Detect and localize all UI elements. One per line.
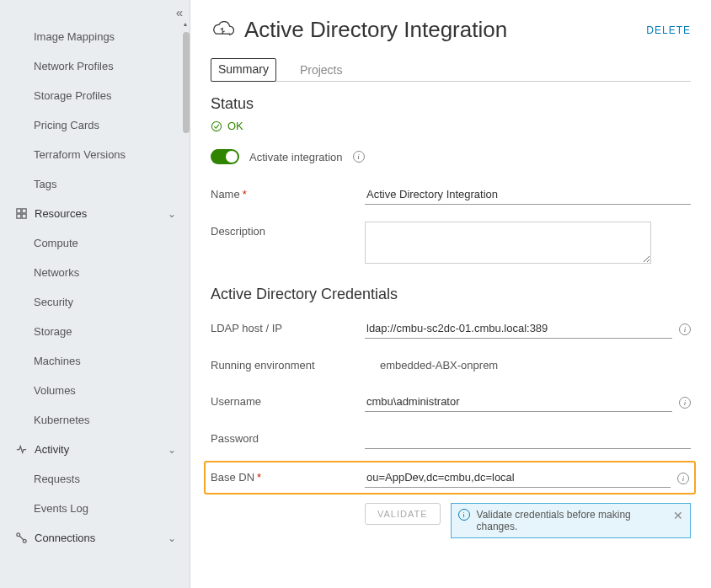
scroll-up-icon[interactable]: ▴ — [184, 20, 187, 28]
ldap-input[interactable] — [365, 318, 672, 339]
runenv-label: Running environment — [211, 355, 358, 372]
validate-notice-text: Validate credentials before making chang… — [477, 509, 666, 532]
sidebar-item-volumes[interactable]: Volumes — [0, 376, 186, 405]
runenv-value: embedded-ABX-onprem — [365, 355, 691, 375]
sidebar-item-storage[interactable]: Storage — [0, 317, 186, 346]
description-textarea[interactable] — [365, 222, 651, 264]
svg-rect-0 — [17, 209, 21, 213]
basedn-label: Base DN* — [211, 468, 358, 484]
sidebar-item-events-log[interactable]: Events Log — [0, 494, 186, 523]
sidebar-group-resources[interactable]: Resources ⌄ — [0, 199, 186, 228]
info-icon[interactable]: i — [679, 397, 691, 409]
svg-rect-3 — [22, 214, 26, 218]
sidebar-item-machines[interactable]: Machines — [0, 346, 186, 376]
sidebar-collapse-icon[interactable]: « — [176, 5, 183, 19]
sidebar: « ▴ Image Mappings Network Profiles Stor… — [0, 0, 190, 588]
chevron-down-icon: ⌄ — [168, 208, 176, 220]
info-icon[interactable]: i — [679, 323, 691, 335]
activate-toggle[interactable] — [211, 149, 239, 164]
cloud-integration-icon — [211, 18, 236, 43]
sidebar-item-image-mappings[interactable]: Image Mappings — [0, 22, 186, 51]
sidebar-item-tags[interactable]: Tags — [0, 169, 186, 199]
info-icon[interactable]: i — [353, 151, 365, 163]
sidebar-item-requests[interactable]: Requests — [0, 464, 186, 494]
ldap-label: LDAP host / IP — [211, 318, 358, 334]
tab-projects[interactable]: Projects — [298, 58, 345, 82]
validate-button[interactable]: VALIDATE — [365, 503, 441, 525]
tab-bar: Summary Projects — [211, 58, 691, 82]
sidebar-item-networks[interactable]: Networks — [0, 258, 186, 287]
close-icon[interactable]: ✕ — [673, 509, 683, 522]
connections-icon — [15, 532, 28, 544]
sidebar-group-connections[interactable]: Connections ⌄ — [0, 523, 186, 553]
scrollbar-thumb[interactable] — [183, 32, 190, 133]
sidebar-item-network-profiles[interactable]: Network Profiles — [0, 51, 186, 81]
status-indicator: OK — [211, 120, 691, 132]
sidebar-item-terraform-versions[interactable]: Terraform Versions — [0, 140, 186, 169]
sidebar-item-security[interactable]: Security — [0, 287, 186, 317]
info-icon: i — [458, 509, 470, 521]
password-label: Password — [211, 429, 358, 445]
username-label: Username — [211, 392, 358, 408]
activate-toggle-label: Activate integration — [249, 151, 343, 163]
validate-notice: i Validate credentials before making cha… — [451, 503, 691, 538]
check-circle-icon — [211, 120, 222, 132]
basedn-highlight: Base DN* i — [204, 461, 696, 494]
sidebar-group-activity[interactable]: Activity ⌄ — [0, 435, 186, 464]
username-input[interactable] — [365, 392, 672, 412]
sidebar-item-kubernetes[interactable]: Kubernetes — [0, 405, 186, 435]
main-content: Active Directory Integration DELETE Summ… — [190, 0, 711, 588]
password-input[interactable] — [365, 429, 691, 449]
tab-summary[interactable]: Summary — [211, 58, 276, 82]
resources-icon — [15, 207, 28, 220]
basedn-input[interactable] — [365, 468, 671, 488]
name-input[interactable] — [365, 184, 691, 205]
sidebar-item-storage-profiles[interactable]: Storage Profiles — [0, 81, 186, 110]
name-label: Name* — [211, 184, 358, 200]
page-title: Active Directory Integration — [244, 17, 638, 43]
chevron-down-icon: ⌄ — [168, 532, 176, 544]
sidebar-item-compute[interactable]: Compute — [0, 228, 186, 258]
status-heading: Status — [211, 95, 691, 113]
description-label: Description — [211, 222, 358, 238]
activity-icon — [15, 443, 28, 456]
sidebar-group-label: Connections — [35, 532, 95, 544]
sidebar-group-label: Activity — [35, 443, 69, 456]
delete-button[interactable]: DELETE — [646, 24, 691, 36]
svg-rect-1 — [22, 209, 26, 213]
chevron-down-icon: ⌄ — [168, 444, 176, 456]
credentials-heading: Active Directory Credentials — [211, 286, 691, 303]
status-text: OK — [227, 120, 243, 132]
info-icon[interactable]: i — [677, 473, 689, 484]
sidebar-group-label: Resources — [35, 207, 87, 220]
svg-rect-2 — [17, 214, 21, 218]
svg-point-6 — [211, 121, 221, 131]
sidebar-item-pricing-cards[interactable]: Pricing Cards — [0, 110, 186, 140]
